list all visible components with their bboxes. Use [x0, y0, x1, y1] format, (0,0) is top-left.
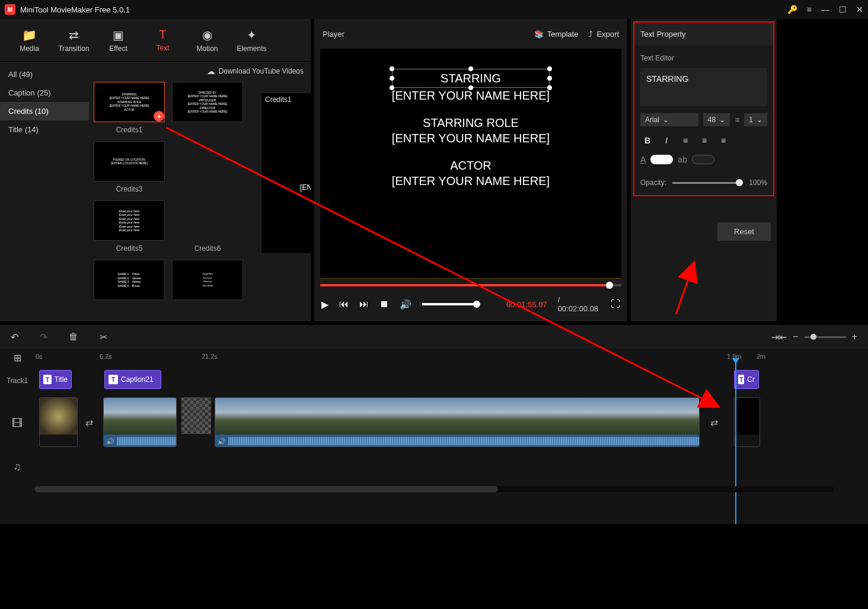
export-icon: ⤴ — [589, 30, 593, 39]
undo-button[interactable]: ↶ — [11, 331, 18, 343]
stop-button[interactable]: ⏹ — [379, 299, 389, 310]
menu-icon[interactable]: ≡ — [807, 5, 812, 14]
app-logo-icon: M — [5, 4, 15, 15]
template-button[interactable]: 📚Template — [534, 30, 579, 39]
cat-all[interactable]: All (49) — [0, 65, 89, 84]
player-viewport[interactable]: STARRING [ENTER YOUR NAME HERE] STARRING… — [320, 49, 621, 279]
video-clip-2[interactable]: 🔊 — [215, 397, 700, 447]
thumb-credits1[interactable]: STARRING [ENTER YOUR NAME HERE] STARRING… — [94, 82, 165, 122]
transition-slot[interactable]: ⇄ — [82, 410, 96, 434]
fullscreen-button[interactable]: ⛶ — [611, 299, 620, 310]
reset-button[interactable]: Reset — [717, 222, 771, 241]
text-editor-input[interactable]: STARRING — [640, 68, 767, 106]
zoom-slider[interactable] — [805, 336, 846, 338]
timeline-toolbar: ↶ ↷ 🗑 ✂ ⇥⇤ − + — [0, 325, 868, 349]
player-panel: Player 📚Template ⤴Export STARRING [ENTER… — [314, 19, 627, 321]
app-title: MiniTool MovieMaker Free 5.0.1 — [20, 5, 787, 14]
prev-frame-button[interactable]: ⏮ — [339, 299, 349, 310]
timeline-scrollbar[interactable] — [34, 486, 834, 492]
thumbnails-area: Download YouTube Videos STARRING [ENTER … — [89, 62, 311, 320]
close-icon[interactable]: ✕ — [856, 5, 863, 14]
text-clip-title[interactable]: TTitle — [39, 370, 72, 389]
minimize-icon[interactable]: — — [821, 5, 829, 14]
tab-motion[interactable]: ◉Motion — [185, 28, 229, 53]
upgrade-key-icon[interactable]: 🔑 — [787, 5, 797, 14]
opacity-slider[interactable] — [672, 182, 743, 184]
add-icon[interactable]: + — [154, 111, 164, 122]
tab-text[interactable]: TText — [141, 28, 185, 52]
tab-effect[interactable]: ▣Effect — [96, 28, 141, 53]
volume-slider[interactable] — [422, 303, 478, 305]
opacity-label: Opacity: — [640, 178, 666, 187]
folder-icon: 📁 — [7, 28, 52, 42]
text-track[interactable]: TTitle TCaption21 TCr — [34, 370, 868, 391]
thumb-credits2[interactable]: DIRECED BY [ENTER YOUR NAME HERE] PRODUC… — [172, 82, 243, 122]
ruler-tick: 6.2s — [100, 353, 112, 360]
thumb-credits3[interactable]: FILMED ON LOCATION [ENTER LOCATION HERE] — [94, 141, 165, 181]
thumb-credits8[interactable]: Angelina Larissa Warren Abraham — [172, 260, 243, 300]
delete-button[interactable]: 🗑 — [69, 331, 78, 342]
video-clip-1[interactable]: 🔊 — [103, 397, 177, 447]
resize-handle[interactable] — [390, 76, 394, 81]
timeline: ⊞ 0s 6.2s 21.2s 1.9m 2m Track1 TTitle TC… — [0, 349, 868, 524]
italic-button[interactable]: I — [659, 133, 674, 148]
cat-title[interactable]: Title (14) — [0, 120, 89, 139]
thumb-label: Credits1 — [94, 126, 165, 134]
resize-handle[interactable] — [547, 76, 552, 81]
next-frame-button[interactable]: ⏭ — [359, 299, 369, 310]
cat-caption[interactable]: Caption (25) — [0, 84, 89, 102]
thumb-credits7[interactable]: NAME 1 Olivia NAME 2 James NAME 3 Ashley… — [94, 260, 165, 300]
volume-icon[interactable]: 🔊 — [400, 299, 411, 310]
highlight-color-swatch[interactable] — [692, 155, 714, 164]
zoom-in-button[interactable]: + — [852, 331, 857, 342]
video-clip-title[interactable]: Title — [39, 397, 78, 447]
text-icon: T — [141, 28, 185, 42]
resize-handle[interactable] — [390, 85, 394, 90]
gap-region — [181, 397, 211, 434]
resize-handle[interactable] — [468, 66, 473, 71]
playhead[interactable] — [735, 363, 736, 524]
export-button[interactable]: ⤴Export — [589, 30, 619, 39]
tab-transition[interactable]: ⇄Transition — [52, 28, 96, 53]
resize-handle[interactable] — [547, 66, 552, 71]
zoom-out-button[interactable]: − — [793, 331, 798, 342]
maximize-icon[interactable]: ☐ — [839, 5, 847, 14]
resize-handle[interactable] — [547, 85, 552, 90]
tab-media[interactable]: 📁Media — [7, 28, 52, 53]
add-marker-button[interactable]: ⊞ — [14, 353, 21, 363]
font-color-swatch[interactable] — [650, 155, 673, 164]
align-left-button[interactable]: ≡ — [678, 133, 693, 148]
redo-button[interactable]: ↷ — [40, 331, 47, 343]
font-size-select[interactable]: 48 — [703, 113, 730, 126]
resize-handle[interactable] — [390, 66, 394, 71]
video-clip-credits[interactable]: Credits — [734, 397, 760, 447]
align-right-button[interactable]: ≡ — [716, 133, 730, 148]
download-youtube-link[interactable]: Download YouTube Videos — [207, 66, 304, 76]
resize-handle[interactable] — [468, 85, 473, 90]
ruler-tick: 21.2s — [202, 353, 218, 360]
fit-icon[interactable]: ⇥⇤ — [771, 331, 787, 343]
titlebar: M MiniTool MovieMaker Free 5.0.1 🔑 ≡ — ☐… — [0, 0, 868, 19]
bold-button[interactable]: B — [640, 133, 655, 148]
category-list: All (49) Caption (25) Credits (10) Title… — [0, 62, 89, 320]
preview-popup: Credits1 STARRING [ENTER YOUR NAME HERE]… — [261, 93, 311, 254]
selected-text-box[interactable]: STARRING — [392, 69, 550, 88]
text-clip-caption[interactable]: TCaption21 — [104, 370, 161, 389]
transition-icon: ⇄ — [52, 28, 96, 42]
line-spacing-select[interactable]: 1 — [744, 113, 767, 126]
text-clip-credits[interactable]: TCr — [734, 370, 759, 389]
align-center-button[interactable]: ≡ — [697, 133, 711, 148]
scrub-bar[interactable] — [320, 282, 621, 288]
transition-slot[interactable]: ⇄ — [707, 410, 721, 434]
thumb-credits5[interactable]: Enter your here Enter your here Enter yo… — [94, 200, 165, 241]
opacity-value: 100% — [749, 178, 767, 187]
cat-credits[interactable]: Credits (10) — [0, 102, 89, 120]
ruler-tick: 0s — [36, 353, 43, 360]
audio-track[interactable] — [34, 441, 868, 493]
play-button[interactable]: ▶ — [321, 299, 328, 310]
split-button[interactable]: ✂ — [100, 331, 107, 343]
tab-elements[interactable]: ✦Elements — [229, 28, 274, 53]
time-current: 00:01:55.07 — [506, 300, 547, 309]
scrub-knob[interactable] — [606, 282, 613, 289]
font-family-select[interactable]: Arial — [640, 113, 698, 126]
